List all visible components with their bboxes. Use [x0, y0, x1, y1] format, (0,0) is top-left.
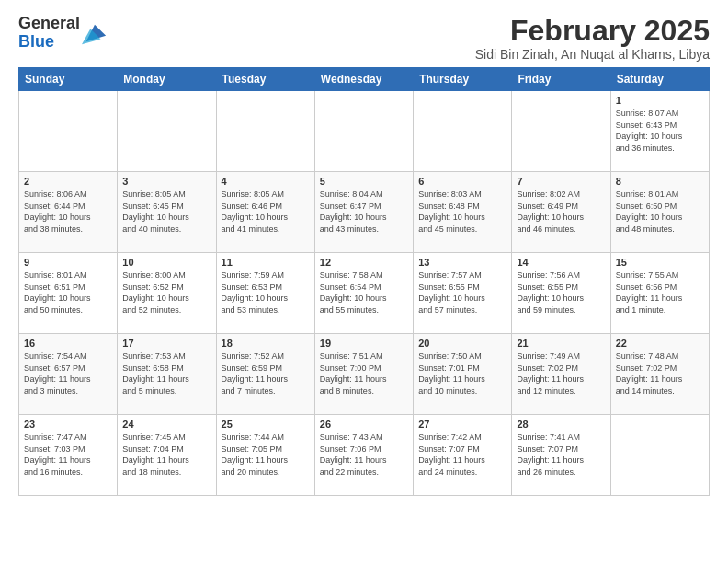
day-number: 22	[616, 338, 704, 349]
calendar-cell: 2Sunrise: 8:06 AM Sunset: 6:44 PM Daylig…	[19, 172, 118, 253]
calendar-cell: 24Sunrise: 7:45 AM Sunset: 7:04 PM Dayli…	[118, 415, 216, 496]
calendar-cell: 17Sunrise: 7:53 AM Sunset: 6:58 PM Dayli…	[118, 334, 216, 415]
day-info: Sunrise: 7:41 AM Sunset: 7:07 PM Dayligh…	[517, 431, 605, 477]
day-number: 2	[24, 176, 112, 187]
day-number: 8	[616, 176, 704, 187]
col-header-friday: Friday	[512, 68, 610, 91]
calendar-cell: 11Sunrise: 7:59 AM Sunset: 6:53 PM Dayli…	[216, 253, 314, 334]
month-title: February 2025	[475, 15, 710, 47]
day-info: Sunrise: 7:54 AM Sunset: 6:57 PM Dayligh…	[24, 350, 112, 396]
day-number: 7	[517, 176, 605, 187]
day-number: 18	[222, 338, 310, 349]
day-number: 17	[122, 338, 210, 349]
day-info: Sunrise: 8:04 AM Sunset: 6:47 PM Dayligh…	[320, 189, 408, 235]
calendar-cell: 25Sunrise: 7:44 AM Sunset: 7:05 PM Dayli…	[216, 415, 314, 496]
calendar-cell: 4Sunrise: 8:05 AM Sunset: 6:46 PM Daylig…	[216, 172, 314, 253]
calendar-week-5: 23Sunrise: 7:47 AM Sunset: 7:03 PM Dayli…	[19, 415, 710, 496]
calendar-week-1: 1Sunrise: 8:07 AM Sunset: 6:43 PM Daylig…	[19, 91, 710, 172]
calendar-cell	[118, 91, 216, 172]
day-number: 27	[418, 419, 506, 430]
title-block: February 2025 Sidi Bin Zinah, An Nuqat a…	[475, 15, 710, 62]
calendar-cell: 18Sunrise: 7:52 AM Sunset: 6:59 PM Dayli…	[216, 334, 314, 415]
day-info: Sunrise: 8:05 AM Sunset: 6:45 PM Dayligh…	[122, 189, 210, 235]
day-number: 11	[222, 257, 310, 268]
calendar-cell: 15Sunrise: 7:55 AM Sunset: 6:56 PM Dayli…	[610, 253, 709, 334]
day-info: Sunrise: 7:48 AM Sunset: 7:02 PM Dayligh…	[616, 350, 704, 396]
day-info: Sunrise: 8:02 AM Sunset: 6:49 PM Dayligh…	[517, 189, 605, 235]
calendar-cell	[512, 91, 610, 172]
calendar-cell	[314, 91, 413, 172]
calendar-cell: 22Sunrise: 7:48 AM Sunset: 7:02 PM Dayli…	[610, 334, 709, 415]
calendar-cell	[610, 415, 709, 496]
header: General Blue February 2025 Sidi Bin Zina…	[18, 15, 710, 62]
day-info: Sunrise: 8:05 AM Sunset: 6:46 PM Dayligh…	[222, 189, 310, 235]
day-info: Sunrise: 7:43 AM Sunset: 7:06 PM Dayligh…	[320, 431, 408, 477]
calendar-week-3: 9Sunrise: 8:01 AM Sunset: 6:51 PM Daylig…	[19, 253, 710, 334]
day-number: 6	[418, 176, 506, 187]
day-number: 21	[517, 338, 605, 349]
day-number: 20	[418, 338, 506, 349]
day-info: Sunrise: 7:57 AM Sunset: 6:55 PM Dayligh…	[418, 270, 506, 316]
calendar-cell: 28Sunrise: 7:41 AM Sunset: 7:07 PM Dayli…	[512, 415, 610, 496]
day-info: Sunrise: 8:06 AM Sunset: 6:44 PM Dayligh…	[24, 189, 112, 235]
col-header-sunday: Sunday	[19, 68, 118, 91]
day-number: 14	[517, 257, 605, 268]
day-number: 23	[24, 419, 112, 430]
logo-blue: Blue	[18, 32, 54, 51]
calendar-cell: 12Sunrise: 7:58 AM Sunset: 6:54 PM Dayli…	[314, 253, 413, 334]
day-info: Sunrise: 8:03 AM Sunset: 6:48 PM Dayligh…	[418, 189, 506, 235]
day-info: Sunrise: 7:44 AM Sunset: 7:05 PM Dayligh…	[222, 431, 310, 477]
calendar-cell: 7Sunrise: 8:02 AM Sunset: 6:49 PM Daylig…	[512, 172, 610, 253]
day-number: 16	[24, 338, 112, 349]
calendar-cell: 20Sunrise: 7:50 AM Sunset: 7:01 PM Dayli…	[414, 334, 512, 415]
calendar-cell: 13Sunrise: 7:57 AM Sunset: 6:55 PM Dayli…	[414, 253, 512, 334]
day-number: 24	[122, 419, 210, 430]
calendar-cell: 23Sunrise: 7:47 AM Sunset: 7:03 PM Dayli…	[19, 415, 118, 496]
calendar-cell: 14Sunrise: 7:56 AM Sunset: 6:55 PM Dayli…	[512, 253, 610, 334]
calendar-cell	[216, 91, 314, 172]
day-info: Sunrise: 7:51 AM Sunset: 7:00 PM Dayligh…	[320, 350, 408, 396]
calendar-cell	[19, 91, 118, 172]
calendar-cell: 10Sunrise: 8:00 AM Sunset: 6:52 PM Dayli…	[118, 253, 216, 334]
day-info: Sunrise: 7:47 AM Sunset: 7:03 PM Dayligh…	[24, 431, 112, 477]
calendar-cell: 5Sunrise: 8:04 AM Sunset: 6:47 PM Daylig…	[314, 172, 413, 253]
calendar-cell: 1Sunrise: 8:07 AM Sunset: 6:43 PM Daylig…	[610, 91, 709, 172]
day-number: 15	[616, 257, 704, 268]
day-number: 5	[320, 176, 408, 187]
day-number: 10	[122, 257, 210, 268]
day-number: 1	[616, 95, 704, 106]
col-header-tuesday: Tuesday	[216, 68, 314, 91]
calendar-table: SundayMondayTuesdayWednesdayThursdayFrid…	[18, 67, 710, 496]
calendar-cell: 21Sunrise: 7:49 AM Sunset: 7:02 PM Dayli…	[512, 334, 610, 415]
calendar-cell	[414, 91, 512, 172]
day-number: 3	[122, 176, 210, 187]
calendar-week-4: 16Sunrise: 7:54 AM Sunset: 6:57 PM Dayli…	[19, 334, 710, 415]
day-info: Sunrise: 8:07 AM Sunset: 6:43 PM Dayligh…	[616, 108, 704, 154]
col-header-monday: Monday	[118, 68, 216, 91]
calendar-cell: 3Sunrise: 8:05 AM Sunset: 6:45 PM Daylig…	[118, 172, 216, 253]
day-info: Sunrise: 7:50 AM Sunset: 7:01 PM Dayligh…	[418, 350, 506, 396]
day-info: Sunrise: 8:01 AM Sunset: 6:51 PM Dayligh…	[24, 270, 112, 316]
day-number: 26	[320, 419, 408, 430]
day-number: 13	[418, 257, 506, 268]
logo: General Blue	[18, 15, 108, 52]
calendar-cell: 19Sunrise: 7:51 AM Sunset: 7:00 PM Dayli…	[314, 334, 413, 415]
day-info: Sunrise: 7:56 AM Sunset: 6:55 PM Dayligh…	[517, 270, 605, 316]
day-info: Sunrise: 8:00 AM Sunset: 6:52 PM Dayligh…	[122, 270, 210, 316]
calendar-cell: 27Sunrise: 7:42 AM Sunset: 7:07 PM Dayli…	[414, 415, 512, 496]
day-info: Sunrise: 8:01 AM Sunset: 6:50 PM Dayligh…	[616, 189, 704, 235]
subtitle: Sidi Bin Zinah, An Nuqat al Khams, Libya	[475, 47, 710, 62]
logo-general: General	[18, 14, 80, 32]
day-number: 28	[517, 419, 605, 430]
day-number: 25	[222, 419, 310, 430]
calendar-cell: 6Sunrise: 8:03 AM Sunset: 6:48 PM Daylig…	[414, 172, 512, 253]
calendar-header-row: SundayMondayTuesdayWednesdayThursdayFrid…	[19, 68, 710, 91]
col-header-wednesday: Wednesday	[314, 68, 413, 91]
calendar-week-2: 2Sunrise: 8:06 AM Sunset: 6:44 PM Daylig…	[19, 172, 710, 253]
day-info: Sunrise: 7:59 AM Sunset: 6:53 PM Dayligh…	[222, 270, 310, 316]
calendar-cell: 8Sunrise: 8:01 AM Sunset: 6:50 PM Daylig…	[610, 172, 709, 253]
page: General Blue February 2025 Sidi Bin Zina…	[0, 0, 728, 563]
day-number: 19	[320, 338, 408, 349]
calendar-cell: 26Sunrise: 7:43 AM Sunset: 7:06 PM Dayli…	[314, 415, 413, 496]
day-number: 4	[222, 176, 310, 187]
